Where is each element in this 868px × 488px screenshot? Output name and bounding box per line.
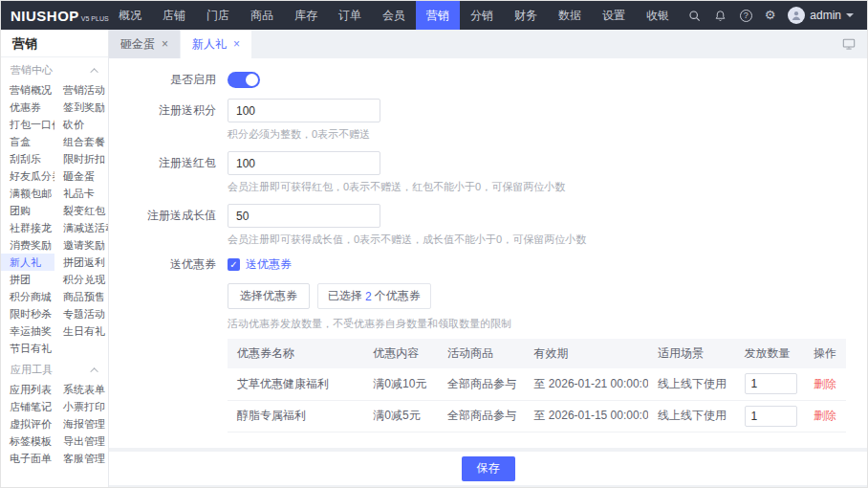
- sidebar-item[interactable]: 拼团: [1, 271, 54, 288]
- sidebar-item[interactable]: 积分商城: [1, 288, 54, 305]
- enable-toggle[interactable]: [228, 72, 260, 88]
- sidebar-item[interactable]: 团购: [1, 202, 54, 219]
- sidebar-item[interactable]: 虚拟评价: [1, 415, 54, 433]
- sidebar-item[interactable]: 优惠券: [1, 99, 54, 116]
- points-field-block: 注册送积分 积分必须为整数，0表示不赠送: [130, 99, 846, 142]
- sidebar-item[interactable]: 营销活动: [54, 81, 108, 99]
- logo-text: NIUSHOP: [11, 8, 79, 24]
- sidebar-item[interactable]: 邀请奖励: [54, 236, 108, 254]
- coupon-buttons-row: 选择优惠券 已选择 2 个优惠券: [228, 283, 846, 309]
- sidebar-item[interactable]: 消费奖励: [1, 236, 54, 254]
- sidebar-item[interactable]: 签到奖励: [54, 99, 108, 116]
- nav-item-data[interactable]: 数据: [548, 1, 592, 30]
- sidebar-item[interactable]: 砸金蛋: [54, 167, 108, 185]
- sidebar-item-new-user-gift[interactable]: 新人礼: [1, 254, 54, 271]
- sidebar-item[interactable]: 刮刮乐: [1, 150, 54, 167]
- selected-prefix: 已选择: [328, 288, 362, 304]
- sidebar-item[interactable]: 积分兑现: [54, 271, 108, 288]
- nav-item-store[interactable]: 门店: [196, 1, 240, 30]
- nav-item-stock[interactable]: 库存: [284, 1, 328, 30]
- delete-link[interactable]: 删除: [814, 409, 836, 422]
- sidebar-item[interactable]: 生日有礼: [54, 322, 108, 340]
- coupon-content: 满0减10元: [363, 368, 438, 400]
- coupon-name: 艾草优惠健康福利: [228, 368, 363, 400]
- coupon-expire: 至 2026-01-15 00:00:00: [525, 400, 648, 432]
- sidebar-item[interactable]: 礼品卡: [54, 185, 108, 202]
- delete-link[interactable]: 删除: [814, 377, 836, 390]
- selected-suffix: 个优惠券: [375, 288, 421, 304]
- chevron-down-icon: [846, 13, 854, 17]
- nav-item-members[interactable]: 会员: [372, 1, 416, 30]
- sidebar: 营销 营销中心 营销概况 营销活动 优惠券 签到奖励 打包一口价 砍价 盲盒 组…: [1, 30, 109, 487]
- sidebar-item[interactable]: 满减送活动: [54, 219, 108, 236]
- sidebar-item[interactable]: 限时折扣: [54, 150, 108, 167]
- search-icon[interactable]: [688, 9, 702, 22]
- sidebar-item[interactable]: 商品预售: [54, 288, 108, 305]
- col-header-action: 操作: [803, 339, 846, 368]
- nav-item-marketing[interactable]: 营销: [416, 1, 460, 30]
- growth-input[interactable]: [228, 204, 380, 228]
- sidebar-item[interactable]: 裂变红包: [54, 202, 108, 219]
- sidebar-item[interactable]: 组合套餐: [54, 133, 108, 150]
- screen-layout-icon[interactable]: [842, 37, 856, 51]
- col-header-content: 优惠内容: [363, 339, 438, 368]
- points-input[interactable]: [228, 99, 380, 122]
- sidebar-item[interactable]: 限时秒杀: [1, 305, 54, 322]
- settings-gear-icon[interactable]: ⚙: [765, 9, 776, 22]
- sidebar-item[interactable]: 标签模板: [1, 433, 54, 450]
- coupon-name: 醇脂专属福利: [228, 400, 363, 432]
- close-icon[interactable]: ×: [162, 38, 168, 50]
- sidebar-item[interactable]: 盲盒: [1, 133, 54, 150]
- select-coupon-button[interactable]: 选择优惠券: [228, 283, 310, 309]
- sidebar-section-app-tools[interactable]: 应用工具: [1, 357, 108, 381]
- avatar: [788, 7, 805, 24]
- col-header-name: 优惠券名称: [228, 339, 363, 368]
- redpacket-input[interactable]: [228, 151, 380, 175]
- sidebar-item[interactable]: 小票打印: [54, 398, 108, 415]
- help-icon[interactable]: ?: [740, 10, 752, 22]
- sidebar-item[interactable]: 节日有礼: [1, 340, 54, 357]
- redpacket-field-block: 注册送红包 会员注册即可获得红包，0表示不赠送，红包不能小于0，可保留两位小数: [130, 151, 846, 194]
- user-menu[interactable]: admin: [788, 7, 854, 24]
- coupon-scene: 线上线下使用: [648, 400, 735, 432]
- sidebar-item[interactable]: 专题活动: [54, 305, 108, 322]
- save-button[interactable]: 保存: [462, 456, 515, 481]
- col-header-goods: 活动商品: [438, 339, 525, 368]
- sidebar-item[interactable]: 营销概况: [1, 81, 54, 99]
- sidebar-item[interactable]: 好友瓜分券: [1, 167, 54, 185]
- nav-item-shop[interactable]: 店铺: [152, 1, 196, 30]
- sidebar-item[interactable]: 满额包邮: [1, 185, 54, 202]
- sidebar-item[interactable]: 导出管理: [54, 433, 108, 450]
- nav-item-goods[interactable]: 商品: [240, 1, 284, 30]
- sidebar-item[interactable]: 系统表单: [54, 381, 108, 398]
- sidebar-item[interactable]: 应用列表: [1, 381, 54, 398]
- enable-row: 是否启用: [130, 72, 846, 88]
- sidebar-item[interactable]: 店铺笔记: [1, 398, 54, 415]
- sidebar-item[interactable]: 幸运抽奖: [1, 322, 54, 340]
- nav-item-settings[interactable]: 设置: [592, 1, 636, 30]
- sidebar-item[interactable]: 电子面单: [1, 450, 54, 467]
- coupon-checkbox[interactable]: [228, 258, 240, 271]
- nav-item-finance[interactable]: 财务: [504, 1, 548, 30]
- qty-input[interactable]: [745, 406, 797, 427]
- notification-icon[interactable]: [714, 9, 727, 22]
- nav-item-overview[interactable]: 概况: [108, 1, 152, 30]
- tab-new-user-gift[interactable]: 新人礼 ×: [181, 30, 251, 58]
- sidebar-section-marketing-center[interactable]: 营销中心: [1, 57, 108, 81]
- sidebar-item[interactable]: 拼团返利: [54, 254, 108, 271]
- sidebar-item[interactable]: 打包一口价: [1, 116, 54, 133]
- nav-item-cashier[interactable]: 收银: [636, 1, 680, 30]
- sidebar-item[interactable]: 社群接龙: [1, 219, 54, 236]
- nav-item-orders[interactable]: 订单: [328, 1, 372, 30]
- table-row: 艾草优惠健康福利 满0减10元 全部商品参与 至 2026-01-21 00:0…: [228, 368, 846, 400]
- sidebar-item[interactable]: 砍价: [54, 116, 108, 133]
- section-title: 应用工具: [11, 363, 53, 377]
- tab-golden-egg[interactable]: 砸金蛋 ×: [109, 30, 180, 58]
- nav-item-distribution[interactable]: 分销: [460, 1, 504, 30]
- qty-input[interactable]: [745, 373, 797, 394]
- top-navigation: 概况 店铺 门店 商品 库存 订单 会员 营销 分销 财务 数据 设置 收银: [108, 1, 680, 30]
- sidebar-item[interactable]: 海报管理: [54, 415, 108, 433]
- close-icon[interactable]: ×: [233, 38, 240, 50]
- sidebar-item[interactable]: 客服管理: [54, 450, 108, 467]
- enable-label: 是否启用: [130, 72, 216, 88]
